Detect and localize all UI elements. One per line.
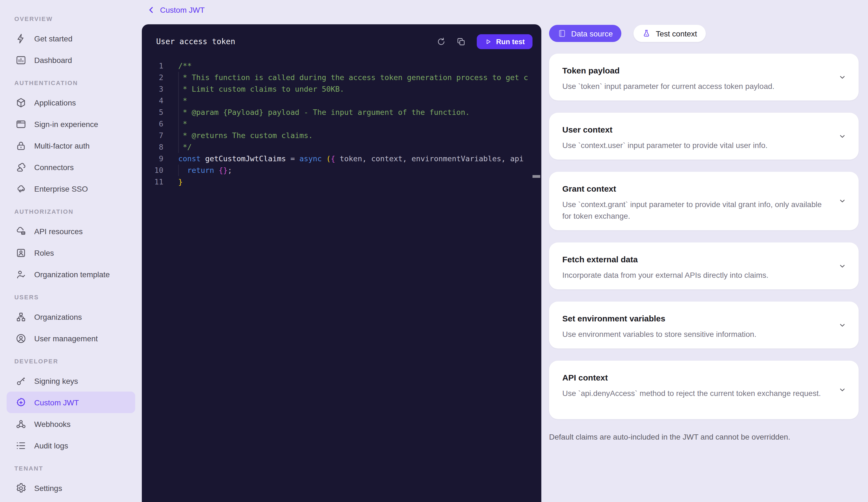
webhook-icon xyxy=(16,418,27,429)
code-line[interactable]: 5 * @param {Payload} payload - The input… xyxy=(142,107,541,118)
sidebar-item-audit-logs[interactable]: Audit logs xyxy=(7,435,135,456)
sidebar-item-settings[interactable]: Settings xyxy=(7,477,135,499)
breadcrumb-label: Custom JWT xyxy=(160,6,205,14)
card-api-context[interactable]: API context Use `api.denyAccess` method … xyxy=(549,361,859,419)
sidebar-item-get-started[interactable]: Get started xyxy=(7,28,135,49)
run-test-button[interactable]: Run test xyxy=(477,34,533,49)
app: OVERVIEW Get started Dashboard AUTHENTIC… xyxy=(0,0,868,502)
sidebar-item-label: Custom JWT xyxy=(34,398,79,407)
code-line[interactable]: 1/** xyxy=(142,60,541,72)
sidebar-item-custom-jwt[interactable]: Custom JWT xyxy=(7,392,135,413)
sidebar-section-authentication: AUTHENTICATION xyxy=(0,77,142,88)
line-number: 4 xyxy=(142,95,163,107)
sidebar-item-user-management[interactable]: User management xyxy=(7,328,135,349)
code-editor-panel: User access token Run test 1/**2 * This … xyxy=(142,24,541,502)
line-number: 5 xyxy=(142,107,163,118)
editor-header: User access token Run test xyxy=(142,24,541,59)
sidebar-item-dashboard[interactable]: Dashboard xyxy=(7,49,135,71)
seal-plus-icon xyxy=(16,397,27,408)
sidebar-section-overview: OVERVIEW xyxy=(0,13,142,24)
tab-test-context[interactable]: Test context xyxy=(634,25,706,42)
sidebar-item-enterprise-sso[interactable]: Enterprise SSO xyxy=(7,178,135,199)
sidebar-item-label: Roles xyxy=(34,248,54,257)
code-line[interactable]: 6 * xyxy=(142,118,541,130)
code-line[interactable]: 4 * xyxy=(142,95,541,107)
sidebar-item-label: Applications xyxy=(34,98,76,107)
sidebar-item-webhooks[interactable]: Webhooks xyxy=(7,413,135,435)
person-circle-icon xyxy=(16,333,27,344)
card-token-payload[interactable]: Token payload Use `token` input paramete… xyxy=(549,53,859,101)
copy-button[interactable] xyxy=(454,34,468,49)
code-line[interactable]: 7 * @returns The custom claims. xyxy=(142,130,541,141)
sidebar-item-label: User management xyxy=(34,334,98,343)
code-editor-lines[interactable]: 1/**2 * This function is called during t… xyxy=(142,59,541,188)
card-user-context[interactable]: User context Use `context.user` input pa… xyxy=(549,113,859,160)
browser-window-icon xyxy=(16,119,27,130)
card-title: User context xyxy=(562,124,828,136)
chevron-down-icon[interactable] xyxy=(838,132,847,140)
tab-label: Test context xyxy=(656,29,697,38)
code-line[interactable]: 3 * Limit custom claims to under 50KB. xyxy=(142,83,541,95)
sidebar-item-organization-template[interactable]: Organization template xyxy=(7,263,135,285)
breadcrumb[interactable]: Custom JWT xyxy=(142,0,541,20)
badge-person-icon xyxy=(16,247,27,258)
code-line[interactable]: 9const getCustomJwtClaims = async ({ tok… xyxy=(142,153,541,164)
line-number: 8 xyxy=(142,141,163,153)
flask-icon xyxy=(643,29,651,38)
sidebar-item-label: Organizations xyxy=(34,312,82,321)
sidebar-item-signing-keys[interactable]: Signing keys xyxy=(7,370,135,392)
org-tree-icon xyxy=(16,311,27,322)
chevron-down-icon[interactable] xyxy=(838,73,847,81)
sidebar-item-label: Organization template xyxy=(34,270,110,279)
list-icon xyxy=(16,440,27,451)
sidebar-item-sign-in-experience[interactable]: Sign-in experience xyxy=(7,113,135,135)
sidebar-item-label: Signing keys xyxy=(34,376,78,385)
chevron-down-icon[interactable] xyxy=(838,197,847,205)
code-line[interactable]: 2 * This function is called during the a… xyxy=(142,72,541,83)
sidebar-item-roles[interactable]: Roles xyxy=(7,242,135,263)
bar-chart-icon xyxy=(16,54,27,66)
card-grant-context[interactable]: Grant context Use `context.grant` input … xyxy=(549,172,859,230)
card-description: Incorporate data from your external APIs… xyxy=(562,270,828,281)
person-check-icon xyxy=(16,269,27,280)
code-line[interactable]: 11} xyxy=(142,176,541,188)
line-number: 7 xyxy=(142,130,163,141)
code-line[interactable]: 10 return {}; xyxy=(142,164,541,176)
card-description: Use `api.denyAccess` method to reject th… xyxy=(562,388,828,399)
card-title: Fetch external data xyxy=(562,253,828,265)
card-description: Use `token` input parameter for current … xyxy=(562,81,828,92)
refresh-button[interactable] xyxy=(434,34,448,49)
code-line[interactable]: 8 */ xyxy=(142,141,541,153)
sidebar-section-users: USERS xyxy=(0,292,142,303)
card-set-environment-variables[interactable]: Set environment variables Use environmen… xyxy=(549,302,859,349)
sidebar-item-api-resources[interactable]: API resources xyxy=(7,220,135,242)
sidebar-section-developer: DEVELOPER xyxy=(0,356,142,367)
sidebar-item-connectors[interactable]: Connectors xyxy=(7,156,135,178)
key-icon xyxy=(16,375,27,386)
chevron-down-icon[interactable] xyxy=(838,386,847,394)
tab-label: Data source xyxy=(571,29,613,38)
line-number: 3 xyxy=(142,83,163,95)
chevron-down-icon[interactable] xyxy=(838,321,847,329)
line-number: 11 xyxy=(142,176,163,188)
default-claims-note: Default claims are auto-included in the … xyxy=(549,431,859,442)
tab-data-source[interactable]: Data source xyxy=(549,25,622,42)
run-test-label: Run test xyxy=(496,37,525,46)
sidebar-item-organizations[interactable]: Organizations xyxy=(7,306,135,328)
sidebar-item-multi-factor-auth[interactable]: Multi-factor auth xyxy=(7,135,135,156)
chevron-down-icon[interactable] xyxy=(838,262,847,270)
card-description: Use environment variables to store sensi… xyxy=(562,329,828,340)
lock-icon xyxy=(16,140,27,151)
card-description: Use `context.grant` input parameter to p… xyxy=(562,199,828,222)
card-title: Grant context xyxy=(562,183,828,195)
line-number: 10 xyxy=(142,164,163,176)
cloud-box-icon xyxy=(16,225,27,237)
line-number: 2 xyxy=(142,72,163,83)
sidebar-item-label: Enterprise SSO xyxy=(34,184,88,193)
sidebar-item-label: Sign-in experience xyxy=(34,120,98,128)
card-fetch-external-data[interactable]: Fetch external data Incorporate data fro… xyxy=(549,242,859,289)
sidebar: OVERVIEW Get started Dashboard AUTHENTIC… xyxy=(0,0,142,502)
sidebar-item-applications[interactable]: Applications xyxy=(7,92,135,113)
sidebar-item-label: Webhooks xyxy=(34,420,71,428)
sidebar-item-label: Connectors xyxy=(34,163,74,171)
